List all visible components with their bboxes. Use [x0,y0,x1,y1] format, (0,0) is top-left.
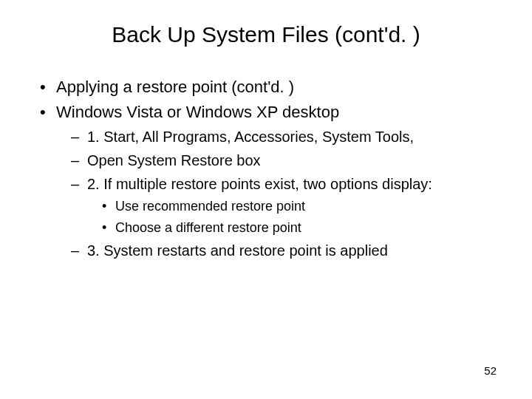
bullet-l2: 3. System restarts and restore point is … [35,239,502,262]
slide-body: Applying a restore point (cont'd. ) Wind… [30,75,502,262]
bullet-l1: Applying a restore point (cont'd. ) [35,75,502,99]
bullet-l2: Open System Restore box [35,149,502,171]
bullet-l3: Choose a different restore point [35,218,502,238]
page-number: 52 [484,364,497,377]
bullet-l3: Use recommended restore point [35,197,502,216]
bullet-l2: 1. Start, All Programs, Accessories, Sys… [35,126,502,148]
slide-title: Back Up System Files (cont'd. ) [30,22,502,47]
bullet-l2: 2. If multiple restore points exist, two… [35,173,502,195]
bullet-l1: Windows Vista or Windows XP desktop [35,100,502,124]
